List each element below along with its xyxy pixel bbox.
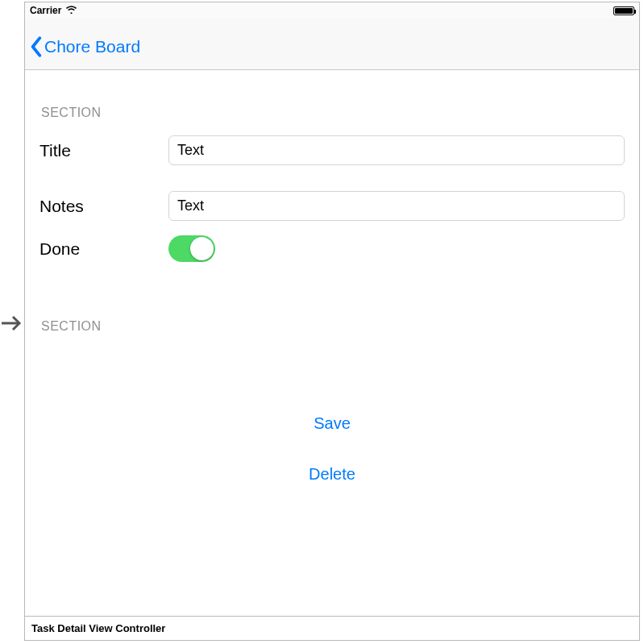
done-row: Done: [36, 231, 628, 266]
back-button-label: Chore Board: [44, 37, 140, 56]
navigation-bar: Chore Board: [25, 19, 639, 70]
battery-icon: [613, 6, 634, 15]
device-frame: Carrier Chore Board SECTION Title: [24, 2, 640, 641]
carrier-label: Carrier: [30, 5, 61, 16]
segue-arrow-icon: [0, 314, 23, 335]
done-label: Done: [39, 239, 168, 259]
notes-row: Notes: [36, 187, 628, 225]
wifi-icon: [65, 5, 77, 16]
toggle-knob: [190, 237, 214, 260]
status-bar: Carrier: [25, 2, 639, 19]
scene-title-bar: Task Detail View Controller: [25, 616, 639, 640]
title-input[interactable]: [168, 135, 625, 165]
delete-button[interactable]: Delete: [36, 449, 628, 500]
title-row: Title: [36, 131, 628, 169]
chevron-left-icon: [30, 36, 43, 57]
section-header-2: SECTION: [36, 266, 628, 345]
notes-label: Notes: [39, 197, 168, 216]
save-button[interactable]: Save: [36, 398, 628, 449]
scene-title: Task Detail View Controller: [31, 622, 165, 634]
notes-input[interactable]: [168, 191, 625, 221]
form-content: SECTION Title Notes Done SECTION Save De…: [25, 70, 639, 616]
back-button[interactable]: Chore Board: [30, 31, 140, 57]
section-header-1: SECTION: [36, 70, 628, 131]
done-toggle[interactable]: [168, 235, 215, 262]
title-label: Title: [39, 141, 168, 160]
